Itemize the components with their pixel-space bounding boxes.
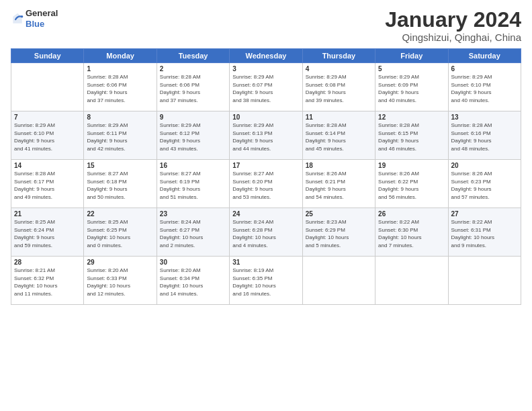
calendar-cell: 19Sunrise: 8:26 AM Sunset: 6:22 PM Dayli…	[375, 160, 448, 208]
day-number: 16	[160, 162, 226, 169]
day-number: 14	[14, 162, 81, 169]
calendar-header: SundayMondayTuesdayWednesdayThursdayFrid…	[11, 49, 521, 63]
calendar-cell: 4Sunrise: 8:29 AM Sunset: 6:08 PM Daylig…	[302, 63, 375, 111]
weekday-header-row: SundayMondayTuesdayWednesdayThursdayFrid…	[11, 49, 521, 63]
calendar-cell	[302, 257, 375, 305]
day-info: Sunrise: 8:28 AM Sunset: 6:06 PM Dayligh…	[87, 73, 153, 104]
day-info: Sunrise: 8:23 AM Sunset: 6:29 PM Dayligh…	[306, 218, 372, 249]
calendar-cell: 3Sunrise: 8:29 AM Sunset: 6:07 PM Daylig…	[230, 63, 302, 111]
day-number: 18	[306, 162, 372, 169]
title-block: January 2024 Qingshizui, Qinghai, China	[385, 8, 521, 43]
day-info: Sunrise: 8:29 AM Sunset: 6:12 PM Dayligh…	[160, 122, 226, 152]
day-info: Sunrise: 8:28 AM Sunset: 6:06 PM Dayligh…	[160, 73, 226, 104]
day-number: 5	[378, 65, 445, 73]
day-number: 23	[160, 210, 226, 218]
day-number: 21	[14, 210, 81, 218]
calendar-cell: 20Sunrise: 8:26 AM Sunset: 6:23 PM Dayli…	[448, 160, 521, 208]
calendar-cell: 31Sunrise: 8:19 AM Sunset: 6:35 PM Dayli…	[230, 257, 302, 305]
calendar-cell: 8Sunrise: 8:29 AM Sunset: 6:11 PM Daylig…	[84, 111, 157, 160]
calendar-cell: 24Sunrise: 8:24 AM Sunset: 6:28 PM Dayli…	[230, 208, 302, 257]
day-info: Sunrise: 8:19 AM Sunset: 6:35 PM Dayligh…	[232, 267, 299, 298]
day-info: Sunrise: 8:28 AM Sunset: 6:14 PM Dayligh…	[306, 122, 372, 152]
logo-icon	[11, 12, 24, 26]
day-number: 2	[160, 65, 226, 73]
weekday-header-friday: Friday	[375, 49, 448, 63]
calendar-container: General Blue January 2024 Qingshizui, Qi…	[0, 0, 532, 411]
day-number: 25	[306, 210, 372, 218]
day-info: Sunrise: 8:24 AM Sunset: 6:27 PM Dayligh…	[160, 218, 226, 249]
calendar-cell: 27Sunrise: 8:22 AM Sunset: 6:31 PM Dayli…	[448, 208, 521, 257]
calendar-cell: 15Sunrise: 8:27 AM Sunset: 6:18 PM Dayli…	[84, 160, 157, 208]
day-number: 3	[232, 65, 299, 73]
logo-text-general: General	[26, 8, 58, 19]
calendar-cell: 29Sunrise: 8:20 AM Sunset: 6:33 PM Dayli…	[84, 257, 157, 305]
day-number: 11	[306, 113, 372, 121]
day-info: Sunrise: 8:27 AM Sunset: 6:18 PM Dayligh…	[87, 170, 153, 201]
day-info: Sunrise: 8:29 AM Sunset: 6:10 PM Dayligh…	[14, 122, 81, 152]
calendar-cell: 18Sunrise: 8:26 AM Sunset: 6:21 PM Dayli…	[302, 160, 375, 208]
day-number: 12	[378, 113, 445, 121]
day-number: 8	[87, 113, 153, 121]
day-number: 13	[451, 113, 518, 121]
calendar-cell: 2Sunrise: 8:28 AM Sunset: 6:06 PM Daylig…	[157, 63, 229, 111]
day-info: Sunrise: 8:26 AM Sunset: 6:22 PM Dayligh…	[378, 170, 445, 201]
day-info: Sunrise: 8:28 AM Sunset: 6:15 PM Dayligh…	[378, 122, 445, 152]
day-info: Sunrise: 8:20 AM Sunset: 6:33 PM Dayligh…	[87, 267, 153, 298]
day-info: Sunrise: 8:29 AM Sunset: 6:07 PM Dayligh…	[232, 73, 299, 104]
day-info: Sunrise: 8:27 AM Sunset: 6:19 PM Dayligh…	[160, 170, 226, 201]
day-number: 1	[87, 65, 153, 73]
calendar-cell	[375, 257, 448, 305]
day-info: Sunrise: 8:22 AM Sunset: 6:31 PM Dayligh…	[451, 218, 518, 249]
day-number: 31	[232, 259, 299, 266]
day-info: Sunrise: 8:21 AM Sunset: 6:32 PM Dayligh…	[14, 267, 81, 298]
day-number: 15	[87, 162, 153, 169]
day-info: Sunrise: 8:22 AM Sunset: 6:30 PM Dayligh…	[378, 218, 445, 249]
calendar-body: 1Sunrise: 8:28 AM Sunset: 6:06 PM Daylig…	[11, 63, 521, 305]
logo: General Blue	[11, 8, 58, 29]
svg-point-0	[21, 15, 23, 17]
weekday-header-monday: Monday	[84, 49, 157, 63]
calendar-cell: 25Sunrise: 8:23 AM Sunset: 6:29 PM Dayli…	[302, 208, 375, 257]
calendar-cell: 14Sunrise: 8:28 AM Sunset: 6:17 PM Dayli…	[11, 160, 84, 208]
day-number: 7	[14, 113, 81, 121]
calendar-cell: 9Sunrise: 8:29 AM Sunset: 6:12 PM Daylig…	[157, 111, 229, 160]
day-info: Sunrise: 8:29 AM Sunset: 6:09 PM Dayligh…	[378, 73, 445, 104]
day-number: 19	[378, 162, 445, 169]
calendar-cell: 5Sunrise: 8:29 AM Sunset: 6:09 PM Daylig…	[375, 63, 448, 111]
calendar-table: SundayMondayTuesdayWednesdayThursdayFrid…	[11, 48, 521, 305]
day-number: 26	[378, 210, 445, 218]
calendar-cell: 17Sunrise: 8:27 AM Sunset: 6:20 PM Dayli…	[230, 160, 302, 208]
calendar-cell	[11, 63, 84, 111]
calendar-cell: 21Sunrise: 8:25 AM Sunset: 6:24 PM Dayli…	[11, 208, 84, 257]
day-number: 22	[87, 210, 153, 218]
week-row-2: 7Sunrise: 8:29 AM Sunset: 6:10 PM Daylig…	[11, 111, 521, 160]
day-info: Sunrise: 8:25 AM Sunset: 6:25 PM Dayligh…	[87, 218, 153, 249]
calendar-cell: 6Sunrise: 8:29 AM Sunset: 6:10 PM Daylig…	[448, 63, 521, 111]
calendar-cell	[448, 257, 521, 305]
calendar-cell: 28Sunrise: 8:21 AM Sunset: 6:32 PM Dayli…	[11, 257, 84, 305]
day-number: 30	[160, 259, 226, 266]
calendar-cell: 10Sunrise: 8:29 AM Sunset: 6:13 PM Dayli…	[230, 111, 302, 160]
day-info: Sunrise: 8:25 AM Sunset: 6:24 PM Dayligh…	[14, 218, 81, 249]
day-info: Sunrise: 8:29 AM Sunset: 6:10 PM Dayligh…	[451, 73, 518, 104]
week-row-1: 1Sunrise: 8:28 AM Sunset: 6:06 PM Daylig…	[11, 63, 521, 111]
day-number: 17	[232, 162, 299, 169]
day-info: Sunrise: 8:29 AM Sunset: 6:11 PM Dayligh…	[87, 122, 153, 152]
calendar-cell: 22Sunrise: 8:25 AM Sunset: 6:25 PM Dayli…	[84, 208, 157, 257]
day-info: Sunrise: 8:29 AM Sunset: 6:13 PM Dayligh…	[232, 122, 299, 152]
weekday-header-saturday: Saturday	[448, 49, 521, 63]
calendar-cell: 13Sunrise: 8:28 AM Sunset: 6:16 PM Dayli…	[448, 111, 521, 160]
calendar-cell: 11Sunrise: 8:28 AM Sunset: 6:14 PM Dayli…	[302, 111, 375, 160]
calendar-cell: 1Sunrise: 8:28 AM Sunset: 6:06 PM Daylig…	[84, 63, 157, 111]
day-info: Sunrise: 8:20 AM Sunset: 6:34 PM Dayligh…	[160, 267, 226, 298]
day-info: Sunrise: 8:24 AM Sunset: 6:28 PM Dayligh…	[232, 218, 299, 249]
day-info: Sunrise: 8:26 AM Sunset: 6:23 PM Dayligh…	[451, 170, 518, 201]
day-info: Sunrise: 8:26 AM Sunset: 6:21 PM Dayligh…	[306, 170, 372, 201]
header: General Blue January 2024 Qingshizui, Qi…	[11, 8, 521, 43]
weekday-header-tuesday: Tuesday	[157, 49, 229, 63]
weekday-header-sunday: Sunday	[11, 49, 84, 63]
day-info: Sunrise: 8:28 AM Sunset: 6:17 PM Dayligh…	[14, 170, 81, 201]
day-number: 29	[87, 259, 153, 266]
calendar-cell: 30Sunrise: 8:20 AM Sunset: 6:34 PM Dayli…	[157, 257, 229, 305]
day-number: 6	[451, 65, 518, 73]
